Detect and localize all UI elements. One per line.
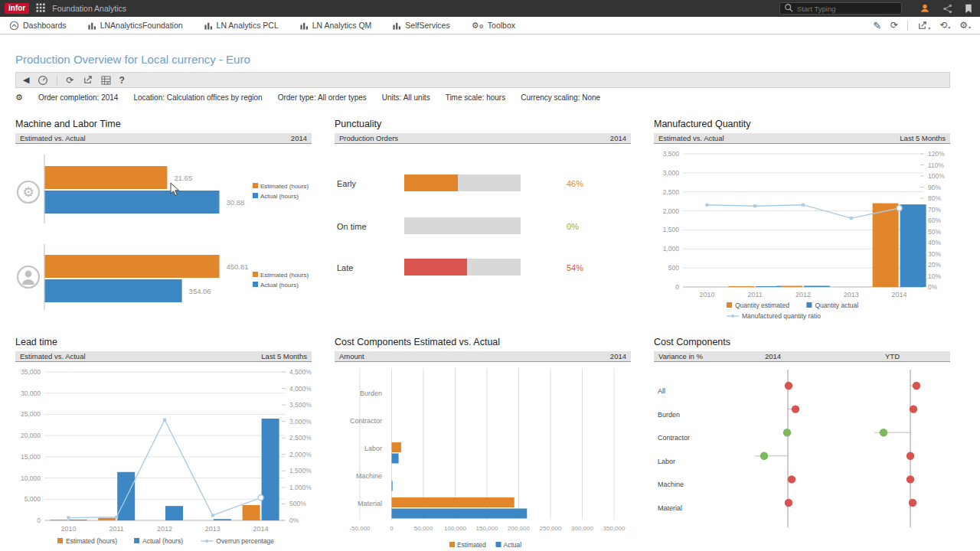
- punctuality-value: 54%: [567, 263, 583, 272]
- svg-text:50%: 50%: [928, 228, 941, 236]
- panel-machine-labor: Machine and Labor Time Estimated vs. Act…: [15, 119, 312, 329]
- punctuality-track[interactable]: [404, 174, 521, 191]
- cost-components-amount-chart[interactable]: -50,000050,000100,000150,000200,000250,0…: [335, 362, 631, 551]
- filter-location[interactable]: Location: Calculation offices by region: [133, 93, 262, 102]
- svg-text:300,000: 300,000: [571, 525, 593, 532]
- parameters-gear-icon[interactable]: ⚙: [15, 93, 23, 102]
- svg-text:40%: 40%: [928, 239, 941, 246]
- svg-text:Overrun percentage: Overrun percentage: [216, 537, 274, 545]
- svg-text:1,000%: 1,000%: [289, 484, 312, 491]
- lead-time-chart[interactable]: 05,00010,00015,00020,00025,00030,00035,0…: [15, 362, 312, 551]
- machine-labor-chart[interactable]: ⚙21.65Estimated (hours)30.88Actual (hour…: [15, 144, 312, 329]
- sync-icon[interactable]: ⟲: [939, 21, 947, 30]
- bookmark-icon[interactable]: [965, 4, 972, 14]
- gears-icon[interactable]: ⚙⚙: [472, 21, 484, 30]
- filter-value: None: [582, 93, 600, 102]
- nav-item-selfservices[interactable]: SelfServices: [393, 21, 449, 30]
- refresh-icon[interactable]: ⟳: [66, 76, 74, 85]
- cost-components-variance-chart[interactable]: AllBurdenContractorLaborMachineMaterial: [654, 362, 950, 551]
- bars-icon[interactable]: [393, 21, 401, 30]
- search-input[interactable]: [797, 5, 898, 13]
- action-export[interactable]: ▾: [917, 21, 930, 31]
- punctuality-value: 0%: [567, 222, 579, 231]
- global-search[interactable]: [779, 2, 902, 15]
- svg-text:90%: 90%: [928, 184, 941, 191]
- help-icon[interactable]: ?: [119, 76, 125, 85]
- punctuality-chart[interactable]: Early46%On time0%Late54%: [335, 144, 631, 329]
- action-sync[interactable]: ⟲▾: [939, 21, 950, 30]
- svg-text:Estimated (hours): Estimated (hours): [260, 272, 309, 279]
- filter-order-completion[interactable]: Order completion: 2014: [38, 93, 119, 102]
- chart-title: Lead time: [15, 337, 312, 347]
- panel-punctuality: Punctuality Production Orders 2014 Early…: [335, 119, 631, 329]
- subheader-right: Last 5 Months: [261, 352, 307, 360]
- action-refresh[interactable]: ⟳: [890, 21, 898, 30]
- caret-down-icon: ▾: [969, 24, 971, 30]
- chart-title: Machine and Labor Time: [15, 119, 312, 129]
- subheader-left: Estimated vs. Actual: [20, 134, 86, 142]
- svg-text:1,500%: 1,500%: [289, 467, 312, 474]
- settings-icon[interactable]: ⚙: [959, 21, 968, 30]
- filter-bar: ⚙Order completion: 2014Location: Calcula…: [15, 90, 950, 105]
- svg-text:30%: 30%: [928, 250, 941, 258]
- svg-text:70%: 70%: [928, 206, 941, 214]
- filter-time-scale[interactable]: Time scale: hours: [446, 93, 506, 102]
- nav-item-label: Toolbox: [488, 21, 515, 30]
- infor-logo[interactable]: infor: [5, 3, 29, 14]
- svg-text:120%: 120%: [928, 150, 945, 158]
- pencil-icon[interactable]: ✎: [873, 21, 881, 31]
- excel-icon[interactable]: x: [101, 76, 111, 85]
- svg-text:50,000: 50,000: [414, 525, 433, 532]
- nav-item-ln-analytics-pcl[interactable]: LN Analytics PCL: [204, 21, 279, 30]
- svg-text:60%: 60%: [928, 217, 941, 224]
- svg-text:250,000: 250,000: [540, 525, 562, 532]
- nav-item-lnanalyticsfoundation[interactable]: LNAnalyticsFoundation: [88, 21, 183, 30]
- app-grid-icon[interactable]: [36, 2, 45, 15]
- punctuality-track[interactable]: [404, 259, 521, 276]
- person-icon[interactable]: [920, 3, 930, 14]
- back-icon[interactable]: ◀: [23, 76, 29, 84]
- bars-icon[interactable]: [88, 21, 96, 30]
- svg-text:Manufactured quantity ratio: Manufactured quantity ratio: [742, 312, 821, 320]
- filter-order-type[interactable]: Order type: All order types: [278, 93, 367, 102]
- nav-item-ln-analytics-qm[interactable]: LN Analytics QM: [300, 21, 372, 30]
- filter-currency-scaling[interactable]: Currency scaling: None: [521, 93, 600, 102]
- nav-item-label: LNAnalyticsFoundation: [100, 21, 183, 30]
- svg-text:All: All: [658, 387, 665, 395]
- dashboard-grid: Machine and Labor Time Estimated vs. Act…: [15, 119, 950, 551]
- svg-text:21.65: 21.65: [174, 174, 192, 182]
- chart-subheader: Production Orders 2014: [335, 133, 631, 144]
- svg-text:3,000%: 3,000%: [289, 418, 312, 425]
- punctuality-fill: [404, 174, 458, 191]
- nav-item-dashboards[interactable]: Dashboards: [9, 21, 67, 31]
- page-title: Production Overview for Local currency -…: [15, 53, 980, 66]
- chart-subheader: Amount 2014: [335, 351, 631, 362]
- home-icon[interactable]: [9, 21, 19, 31]
- svg-text:-50,000: -50,000: [349, 525, 371, 532]
- search-icon[interactable]: [784, 3, 793, 12]
- export-icon[interactable]: [83, 75, 93, 85]
- svg-text:2011: 2011: [109, 525, 124, 533]
- svg-text:Actual: Actual: [504, 541, 522, 549]
- svg-text:354.06: 354.06: [189, 287, 211, 295]
- app-title: Foundation Analytics: [52, 4, 126, 13]
- nav-item-label: Dashboards: [23, 21, 67, 30]
- refresh-icon[interactable]: ⟳: [890, 21, 898, 30]
- filter-units[interactable]: Units: All units: [382, 93, 430, 102]
- punctuality-track[interactable]: [404, 217, 521, 234]
- svg-text:Estimated (hours): Estimated (hours): [66, 537, 117, 545]
- svg-text:2014: 2014: [892, 291, 907, 298]
- action-pencil[interactable]: ✎: [873, 21, 881, 31]
- share-icon[interactable]: [942, 4, 952, 14]
- gauge-icon[interactable]: [38, 75, 48, 86]
- bars-icon[interactable]: [300, 21, 309, 30]
- svg-text:30,000: 30,000: [21, 390, 41, 397]
- manufactured-quantity-chart[interactable]: 05001,0001,5002,0002,5003,0003,5000%10%2…: [654, 144, 950, 329]
- svg-text:100,000: 100,000: [444, 525, 466, 532]
- app-grid-icon[interactable]: [36, 3, 45, 12]
- nav-item-toolbox[interactable]: ⚙⚙Toolbox: [472, 21, 515, 30]
- export-icon[interactable]: [917, 21, 927, 31]
- svg-text:Burden: Burden: [658, 411, 680, 419]
- bars-icon[interactable]: [204, 21, 213, 30]
- action-settings[interactable]: ⚙▾: [959, 21, 971, 30]
